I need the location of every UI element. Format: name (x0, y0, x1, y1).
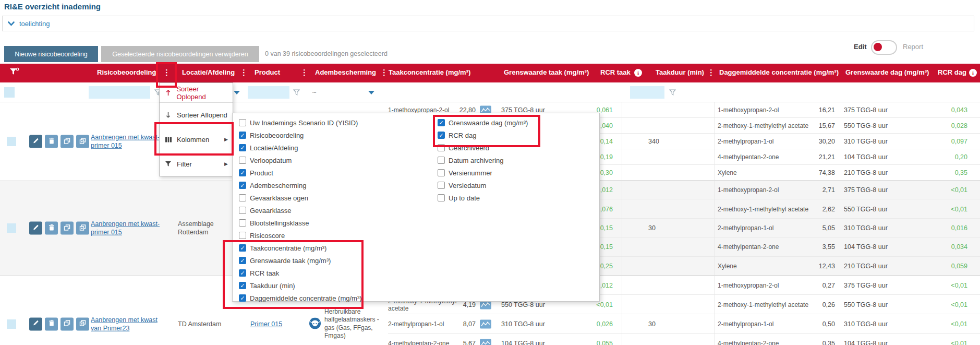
column-header-taakconcentratie[interactable]: Taakconcentratie (mg/m³) (389, 68, 470, 76)
grenswaarde-dag-value: 210 TGG-8 uur (844, 169, 888, 176)
checkbox-unchecked-icon[interactable] (239, 194, 246, 201)
checkbox-unchecked-icon[interactable] (239, 207, 246, 214)
column-option-gevaarklasse[interactable]: Gevaarklasse (239, 204, 291, 217)
column-menu-kebab-icon[interactable]: ⋮ (300, 68, 308, 77)
new-assessment-button[interactable]: Nieuwe risicobeoordeling (4, 46, 98, 62)
dropdown-arrow-icon[interactable] (234, 91, 240, 94)
daggemiddelde-value: 30,20 (806, 138, 835, 145)
checkbox-checked-icon[interactable]: ✓ (239, 144, 246, 151)
column-menu-kebab-icon[interactable]: ⋮ (240, 68, 248, 77)
grenswaarde-dag-value: 104 TGG-8 uur (844, 243, 888, 251)
filter-input-risicobeoordeling[interactable] (89, 86, 150, 99)
column-option-versienummer[interactable]: Versienummer (438, 166, 492, 179)
substance-row: 4-methylpentan-2-one5,67104 TGG-8 uur0,0… (0, 334, 980, 345)
column-option-datum-archivering[interactable]: Datum archivering (438, 154, 504, 166)
column-header-product[interactable]: Product (255, 68, 280, 76)
rcr-taak-value: <0,01 (565, 301, 613, 308)
column-option-label: Risicoscore (250, 232, 285, 240)
grenswaarde-taak-value: 104 TGG-8 uur (501, 340, 545, 345)
grenswaarde-taak-value: 310 TGG-8 uur (501, 320, 545, 328)
column-header-risicobeoordeling[interactable]: Risicobeoordeling (97, 68, 156, 76)
column-option-locatie-afdeling[interactable]: ✓Locatie/Afdeling (239, 141, 298, 154)
checkbox-unchecked-icon[interactable] (239, 232, 246, 239)
substance-name: 1-methoxypropan-2-ol (718, 186, 812, 194)
column-divider (715, 102, 715, 345)
column-option-blootstellingsklasse[interactable]: Blootstellingsklasse (239, 217, 309, 229)
info-icon[interactable]: i (634, 69, 642, 77)
checkbox-unchecked-icon[interactable] (239, 157, 246, 164)
exposure-chart-icon[interactable] (480, 339, 491, 345)
column-header-grenswaarde-taak[interactable]: Grenswaarde taak (mg/m³) (504, 68, 589, 76)
toelichting-expander[interactable]: toelichting (2, 16, 974, 31)
filter-input-taakduur[interactable] (630, 86, 664, 99)
grenswaarde-dag-value: 550 TGG-8 uur (844, 206, 888, 213)
checkbox-unchecked-icon[interactable] (438, 182, 445, 189)
column-header-adembescherming[interactable]: Adembescherming (315, 68, 376, 76)
filter-funnel-icon[interactable] (669, 89, 676, 97)
column-option-label: Verloopdatum (250, 157, 292, 164)
daggemiddelde-value: 12,43 (806, 263, 835, 270)
checkbox-unchecked-icon[interactable] (239, 219, 246, 227)
info-icon[interactable]: i (969, 69, 977, 77)
column-option-label: Adembescherming (250, 182, 306, 189)
column-option-label: Versiedatum (449, 182, 486, 189)
exposure-chart-icon[interactable] (480, 319, 491, 328)
checkbox-unchecked-icon[interactable] (239, 119, 246, 126)
submenu-arrow-icon: ▶ (224, 161, 228, 166)
taakconcentratie-value: 4,19 (443, 301, 476, 308)
column-option-uw-inademings-scenario-id-yisid-[interactable]: Uw Inademings Scenario ID (YISID) (239, 116, 358, 129)
grenswaarde-dag-value: 550 TGG-8 uur (844, 301, 888, 308)
column-option-product[interactable]: ✓Product (239, 166, 273, 179)
grenswaarde-dag-value: 310 TGG-8 uur (844, 320, 888, 328)
daggemiddelde-value: 2,71 (806, 186, 835, 194)
checkbox-unchecked-icon[interactable] (438, 169, 445, 176)
rcr-dag-value: <0,01 (922, 320, 967, 328)
edit-label: Edit (854, 43, 867, 51)
column-option-label: Up to date (449, 194, 480, 202)
column-header-rcr-dag[interactable]: RCR dag (938, 68, 966, 76)
annotation-box-kolommen (154, 122, 234, 156)
substance-row: 2-methylpropan-1-ol8,07310 TGG-8 uur0,02… (0, 314, 980, 334)
filter-operator[interactable]: ~ (312, 88, 317, 97)
checkbox-checked-icon[interactable]: ✓ (239, 169, 246, 176)
column-header-daggemiddelde[interactable]: Daggemiddelde concentratie (mg/m³) (719, 68, 839, 76)
delete-selected-button[interactable]: Geselecteerde risicobeoordelingen verwij… (101, 46, 259, 62)
annotation-box-kebab (156, 62, 177, 88)
substance-name: 2-methoxy-1-methylethyl acetate (718, 301, 812, 308)
rcr-dag-value: 0,059 (922, 263, 967, 270)
checkbox-checked-icon[interactable]: ✓ (239, 182, 246, 189)
filter-funnel-icon[interactable] (293, 89, 300, 97)
grenswaarde-dag-value: 104 TGG-8 uur (844, 153, 888, 161)
column-option-risicobeoordeling[interactable]: ✓Risicobeoordeling (239, 129, 304, 141)
checkbox-checked-icon[interactable]: ✓ (239, 132, 246, 139)
chevron-down-icon (8, 21, 15, 26)
select-all-checkbox[interactable] (4, 87, 15, 98)
column-header-locatie[interactable]: Locatie/Afdeling (182, 68, 235, 76)
column-option-up-to-date[interactable]: Up to date (438, 192, 480, 204)
dropdown-arrow-icon[interactable] (368, 91, 374, 94)
column-option-versiedatum[interactable]: Versiedatum (438, 179, 486, 192)
grenswaarde-dag-value: 375 TGG-8 uur (844, 106, 888, 114)
column-option-label: Versienummer (449, 169, 492, 177)
column-header-rcr-taak[interactable]: RCR taak (600, 68, 631, 76)
column-header-taakduur[interactable]: Taakduur (min) (656, 68, 704, 76)
column-header-grenswaarde-dag[interactable]: Grenswaarde dag (mg/m³) (845, 68, 929, 76)
column-option-label: Blootstellingsklasse (250, 219, 309, 227)
column-option-gevaarklasse-ogen[interactable]: Gevaarklasse ogen (239, 192, 308, 204)
column-menu-kebab-icon[interactable]: ⋮ (380, 68, 388, 77)
edit-report-toggle[interactable] (871, 40, 897, 55)
report-label: Report (903, 43, 923, 51)
column-option-adembescherming[interactable]: ✓Adembescherming (239, 179, 306, 192)
checkbox-unchecked-icon[interactable] (438, 194, 445, 201)
column-option-verloopdatum[interactable]: Verloopdatum (239, 154, 292, 166)
column-option-label: Risicobeoordeling (250, 132, 304, 139)
filter-input-product[interactable] (248, 86, 289, 99)
clear-filter-icon[interactable] (9, 67, 19, 78)
grenswaarde-dag-value: 210 TGG-8 uur (844, 263, 888, 270)
daggemiddelde-value: 0,26 (806, 301, 835, 308)
taakconcentratie-value: 8,07 (443, 320, 476, 328)
column-menu-kebab-icon[interactable]: ⋮ (707, 68, 715, 77)
daggemiddelde-value: 0,35 (806, 340, 835, 345)
substance-name: 2-methylpropan-1-ol (718, 138, 812, 145)
checkbox-unchecked-icon[interactable] (438, 157, 445, 164)
